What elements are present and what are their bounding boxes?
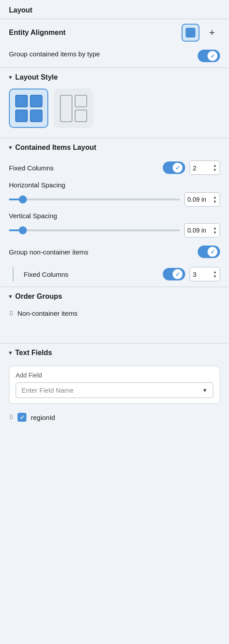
layout-option-grid[interactable] <box>9 89 48 128</box>
horizontal-spacing-container: Horizontal Spacing 0.09 in ▲ ▼ <box>0 179 229 210</box>
sub-toggle-track: ✓ <box>163 268 185 280</box>
dropdown-arrow-icon: ▼ <box>202 387 208 394</box>
asym-icon <box>60 95 87 122</box>
group-contained-label: Group contained items by type <box>9 50 193 59</box>
fixed-columns-check-icon: ✓ <box>175 165 180 171</box>
grid-cell-1 <box>15 95 28 107</box>
layout-panel: Layout Entity Alignment + Group containe… <box>0 0 229 426</box>
stepper-arrows: ▲ ▼ <box>213 164 217 172</box>
vertical-spacing-value: 0.09 in <box>187 227 206 234</box>
sub-toggle-thumb: ✓ <box>173 269 182 279</box>
fixed-columns-row: Fixed Columns ✓ 2 ▲ ▼ <box>0 156 229 179</box>
v-spacing-up[interactable]: ▲ <box>213 226 217 230</box>
sub-stepper-down[interactable]: ▼ <box>213 275 217 279</box>
fixed-columns-toggle-track: ✓ <box>163 161 185 174</box>
order-groups-header: ▾ Order Groups <box>0 287 229 305</box>
stepper-up[interactable]: ▲ <box>213 164 217 168</box>
add-field-label: Add Field <box>16 372 213 379</box>
layout-options-group <box>9 86 220 131</box>
vertical-spacing-input[interactable]: 0.09 in ▲ ▼ <box>184 223 220 237</box>
vertical-spacing-track[interactable] <box>9 229 180 231</box>
align-button[interactable] <box>182 24 199 42</box>
order-item-non-container: ⠿ Non-container items <box>0 305 229 322</box>
fixed-columns-label: Fixed Columns <box>9 164 158 172</box>
order-groups-chevron: ▾ <box>9 293 12 300</box>
layout-option-asymmetric[interactable] <box>54 89 93 128</box>
h-spacing-up[interactable]: ▲ <box>213 195 217 199</box>
toggle-track: ✓ <box>198 50 220 62</box>
vertical-spacing-container: Vertical Spacing 0.09 in ▲ ▼ <box>0 210 229 241</box>
group-non-container-check: ✓ <box>210 249 215 255</box>
indent-line <box>13 267 14 281</box>
horizontal-spacing-value: 0.09 in <box>187 196 206 203</box>
group-toggle-row: Group contained items by type ✓ <box>0 46 229 68</box>
contained-items-header: ▾ Contained Items Layout <box>0 138 229 156</box>
sub-fixed-columns-wrapper: Fixed Columns ✓ 3 ▲ ▼ <box>0 263 229 287</box>
add-entity-button[interactable]: + <box>204 25 220 41</box>
add-field-box: Add Field Enter Field Name ▼ <box>9 366 220 404</box>
h-spacing-down[interactable]: ▼ <box>213 200 217 204</box>
order-item-label: Non-container items <box>17 309 77 317</box>
text-fields-title: Text Fields <box>15 349 52 357</box>
layout-style-chevron: ▾ <box>9 74 12 80</box>
sub-fixed-columns-value: 3 <box>193 271 196 278</box>
fixed-columns-toggle-thumb: ✓ <box>173 163 182 173</box>
contained-items-chevron: ▾ <box>9 144 12 151</box>
asym-cell-tall <box>60 95 72 122</box>
drag-handle-icon[interactable]: ⠿ <box>9 310 13 317</box>
spacer <box>0 322 229 343</box>
horizontal-spacing-thumb[interactable] <box>19 195 27 203</box>
toggle-check-icon: ✓ <box>210 53 215 59</box>
sub-fixed-columns-label: Fixed Columns <box>24 271 158 278</box>
group-non-container-track: ✓ <box>198 246 220 258</box>
vertical-spacing-arrows: ▲ ▼ <box>213 226 217 235</box>
asym-cell-top <box>75 95 87 107</box>
horizontal-spacing-track[interactable] <box>9 199 180 200</box>
grid-cell-2 <box>30 95 42 107</box>
sub-stepper-arrows: ▲ ▼ <box>213 270 217 279</box>
align-icon <box>186 28 195 38</box>
grid-cell-4 <box>30 110 42 122</box>
layout-style-options <box>0 86 229 138</box>
panel-title: Layout <box>0 0 229 19</box>
v-spacing-down[interactable]: ▼ <box>213 231 217 235</box>
layout-style-title: Layout Style <box>15 73 58 81</box>
group-non-container-thumb: ✓ <box>208 247 217 257</box>
vertical-spacing-row: 0.09 in ▲ ▼ <box>9 223 220 237</box>
sub-stepper-up[interactable]: ▲ <box>213 270 217 274</box>
horizontal-spacing-arrows: ▲ ▼ <box>213 195 217 204</box>
order-groups-title: Order Groups <box>15 292 62 301</box>
regionid-checkbox[interactable]: ✓ <box>17 413 26 422</box>
grid-cell-3 <box>15 110 28 122</box>
field-item-regionid: ⠿ ✓ regionId <box>0 408 229 426</box>
horizontal-spacing-label: Horizontal Spacing <box>9 181 220 189</box>
horizontal-spacing-row: 0.09 in ▲ ▼ <box>9 192 220 207</box>
text-fields-chevron: ▾ <box>9 350 12 356</box>
vertical-spacing-label: Vertical Spacing <box>9 212 220 220</box>
checkbox-check-icon: ✓ <box>20 414 25 421</box>
entity-alignment-label: Entity Alignment <box>9 29 177 37</box>
group-contained-toggle[interactable]: ✓ <box>198 50 220 62</box>
fixed-columns-stepper[interactable]: 2 ▲ ▼ <box>190 161 220 175</box>
group-non-container-label: Group non-container items <box>9 248 193 256</box>
grid-icon <box>15 95 42 122</box>
contained-items-title: Contained Items Layout <box>15 144 96 152</box>
fixed-columns-toggle[interactable]: ✓ <box>163 161 185 174</box>
group-non-container-row: Group non-container items ✓ <box>0 241 229 263</box>
field-name-dropdown[interactable]: Enter Field Name ▼ <box>16 382 213 398</box>
toggle-thumb: ✓ <box>208 51 217 61</box>
text-fields-header: ▾ Text Fields <box>0 343 229 361</box>
layout-style-header: ▾ Layout Style <box>0 68 229 86</box>
stepper-down[interactable]: ▼ <box>213 168 217 172</box>
sub-toggle-check: ✓ <box>175 271 180 278</box>
sub-fixed-columns-toggle[interactable]: ✓ <box>163 268 185 280</box>
horizontal-spacing-input[interactable]: 0.09 in ▲ ▼ <box>184 192 220 207</box>
fixed-columns-value: 2 <box>193 164 196 172</box>
field-drag-handle[interactable]: ⠿ <box>9 414 13 421</box>
sub-fixed-columns-stepper[interactable]: 3 ▲ ▼ <box>190 267 220 281</box>
vertical-spacing-thumb[interactable] <box>19 226 27 234</box>
field-label-regionid: regionId <box>31 414 55 421</box>
group-non-container-toggle[interactable]: ✓ <box>198 246 220 258</box>
field-name-placeholder: Enter Field Name <box>21 386 74 394</box>
entity-alignment-row: Entity Alignment + <box>0 19 229 46</box>
